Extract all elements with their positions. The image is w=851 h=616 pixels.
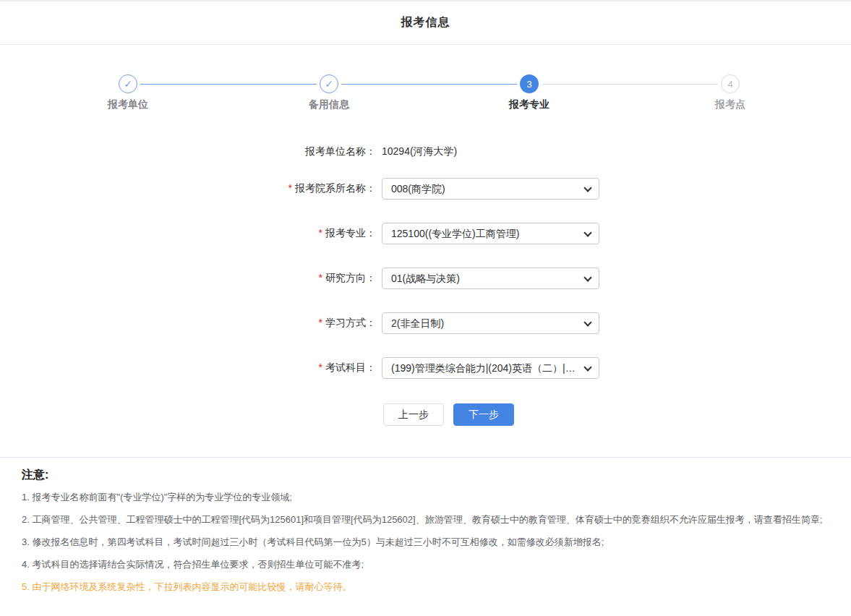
unit-name-value: 10294(河海大学): [382, 145, 457, 158]
next-step-button[interactable]: 下一步: [453, 403, 514, 426]
exam-subjects-select[interactable]: (199)管理类综合能力|(204)英语（二）|(-...: [382, 357, 599, 379]
research-direction-select-wrap: 01(战略与决策): [382, 268, 599, 289]
note-item-1: 1. 报考专业名称前面有"(专业学位)"字样的为专业学位的专业领域;: [22, 489, 829, 506]
field-label: *报考专业：: [0, 227, 376, 240]
prev-step-button[interactable]: 上一步: [383, 403, 444, 426]
step-number: 4: [721, 74, 740, 93]
step-label: 备用信息: [286, 98, 372, 111]
step-baokaodian: 4 报考点: [687, 74, 774, 111]
step-baokaodanwei: ✓ 报考单位: [85, 74, 171, 111]
department-select-wrap: 008(商学院): [382, 178, 599, 200]
field-label: *报考院系所名称：: [0, 182, 376, 195]
research-direction-select[interactable]: 01(战略与决策): [382, 268, 599, 289]
form-row-major: *报考专业： 125100((专业学位)工商管理): [0, 223, 851, 244]
required-marker: *: [319, 317, 322, 328]
step-number: 3: [520, 74, 539, 93]
required-marker: *: [319, 362, 322, 373]
field-label: *学习方式：: [0, 317, 376, 330]
required-marker: *: [288, 182, 292, 194]
note-item-3: 3. 修改报名信息时，第四考试科目，考试时间超过三小时（考试科目代码第一位为5）…: [22, 534, 829, 551]
step-label: 报考单位: [85, 98, 171, 111]
step-baokaozhuanye-active: 3 报考专业: [486, 74, 573, 111]
department-select[interactable]: 008(商学院): [382, 178, 599, 200]
check-icon: ✓: [320, 74, 338, 93]
step-beiyongxinxi: ✓ 备用信息: [286, 74, 372, 111]
field-label: 报考单位名称：: [0, 145, 376, 158]
notes-heading: 注意:: [22, 468, 829, 483]
step-label: 报考专业: [486, 98, 573, 111]
field-label-text: 报考专业：: [325, 227, 376, 239]
form-row-department: *报考院系所名称： 008(商学院): [0, 178, 851, 200]
field-label: *考试科目：: [0, 362, 376, 375]
stepper: ✓ 报考单位 ✓ 备用信息 3 报考专业 4 报考点: [0, 74, 851, 116]
study-mode-select[interactable]: 2(非全日制): [382, 312, 599, 334]
form-row-research-direction: *研究方向： 01(战略与决策): [0, 268, 851, 289]
exam-subjects-select-wrap: (199)管理类综合能力|(204)英语（二）|(-...: [382, 357, 599, 379]
form-row-unit-name: 报考单位名称： 10294(河海大学): [0, 145, 851, 158]
field-label-text: 考试科目：: [325, 362, 376, 373]
page-header: 报考信息: [0, 0, 851, 45]
section-divider: [0, 457, 851, 458]
major-select-wrap: 125100((专业学位)工商管理): [382, 223, 599, 244]
field-label-text: 报考院系所名称：: [295, 182, 376, 194]
check-icon: ✓: [119, 74, 137, 93]
field-label-text: 研究方向：: [325, 272, 376, 283]
required-marker: *: [319, 272, 322, 283]
field-label: *研究方向：: [0, 272, 376, 285]
note-item-2: 2. 工商管理、公共管理、工程管理硕士中的工程管理[代码为125601]和项目管…: [22, 511, 829, 529]
form-row-exam-subjects: *考试科目： (199)管理类综合能力|(204)英语（二）|(-...: [0, 357, 851, 379]
form-row-study-mode: *学习方式： 2(非全日制): [0, 312, 851, 334]
study-mode-select-wrap: 2(非全日制): [382, 312, 599, 334]
application-form: 报考单位名称： 10294(河海大学) *报考院系所名称： 008(商学院) *…: [0, 145, 851, 426]
notes-section: 注意: 1. 报考专业名称前面有"(专业学位)"字样的为专业学位的专业领域; 2…: [22, 468, 829, 596]
note-item-4: 4. 考试科目的选择请结合实际情况，符合招生单位要求，否则招生单位可能不准考;: [22, 556, 829, 573]
step-label: 报考点: [687, 98, 774, 111]
major-select[interactable]: 125100((专业学位)工商管理): [382, 223, 599, 244]
page-title: 报考信息: [401, 15, 450, 30]
note-item-5-warning: 5. 由于网络环境及系统复杂性，下拉列表内容显示的可能比较慢，请耐心等待。: [22, 578, 829, 596]
field-label-text: 学习方式：: [325, 317, 376, 328]
form-buttons: 上一步 下一步: [383, 403, 851, 426]
required-marker: *: [319, 227, 322, 239]
